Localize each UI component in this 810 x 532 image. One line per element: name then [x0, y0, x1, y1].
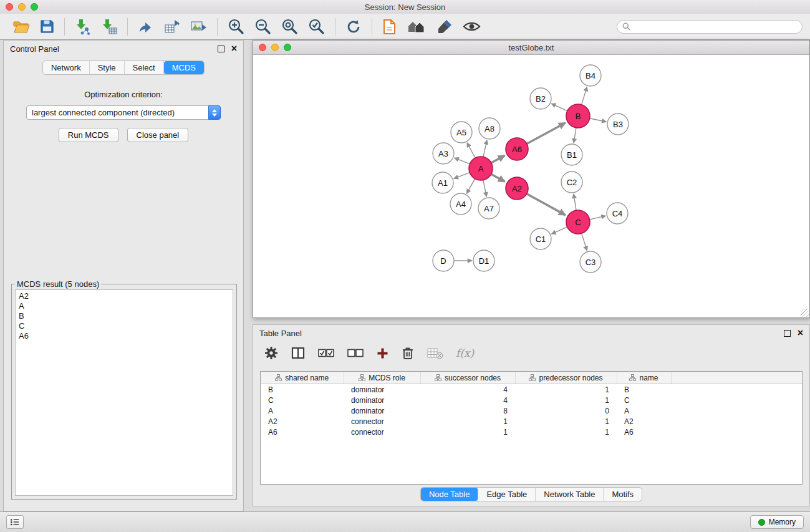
mcds-result-list[interactable]: A2ABCA6	[15, 289, 233, 496]
zoom-in-button[interactable]	[224, 16, 248, 38]
cell-name[interactable]: A	[617, 405, 671, 416]
tab-edge-table[interactable]: Edge Table	[478, 488, 536, 501]
edge-B-B4[interactable]	[582, 87, 587, 105]
tab-network[interactable]: Network	[43, 61, 90, 74]
edge-A-A6[interactable]	[491, 155, 505, 163]
node-A2[interactable]: A2	[506, 177, 528, 200]
node-C4[interactable]: C4	[607, 203, 628, 224]
criterion-dropdown[interactable]: largest connected component (directed)	[26, 105, 221, 120]
function-builder-button[interactable]: f(x)	[456, 347, 474, 359]
cell-shared-name[interactable]: C	[261, 395, 344, 405]
float-table-panel-icon[interactable]	[784, 330, 791, 337]
minimize-window-button[interactable]	[18, 3, 26, 11]
refresh-button[interactable]	[342, 16, 365, 38]
zoom-fit-button[interactable]	[278, 16, 301, 38]
node-A6[interactable]: A6	[506, 138, 528, 160]
edge-B-B3[interactable]	[590, 118, 607, 122]
zoom-window-button[interactable]	[31, 3, 38, 11]
cell-successor-nodes[interactable]: 4	[420, 395, 515, 405]
zoom-selected-button[interactable]	[305, 16, 328, 38]
cell-predecessor-nodes[interactable]: 1	[515, 416, 617, 427]
mcds-result-item[interactable]: A6	[19, 331, 229, 341]
table-row[interactable]: Cdominator41C	[261, 395, 802, 405]
delete-row-button[interactable]	[402, 346, 414, 360]
tab-motifs[interactable]: Motifs	[604, 488, 642, 501]
cell-predecessor-nodes[interactable]: 1	[515, 384, 617, 395]
select-all-button[interactable]	[318, 349, 334, 357]
network-close-button[interactable]	[259, 44, 266, 51]
delete-table-button[interactable]	[427, 347, 443, 359]
node-A1[interactable]: A1	[432, 172, 453, 193]
cell-MCDS-role[interactable]: dominator	[344, 405, 420, 416]
zoom-out-button[interactable]	[251, 16, 274, 38]
column-header-predecessor-nodes[interactable]: predecessor nodes	[515, 372, 617, 384]
node-B[interactable]: B	[566, 104, 590, 128]
edge-B-B1[interactable]	[574, 128, 576, 143]
network-graph[interactable]: B4B2BB3A5A8A6B1A3AC2A1A2A4A7C4CC1C3DD1	[253, 55, 809, 317]
node-B4[interactable]: B4	[580, 65, 601, 86]
save-session-button[interactable]	[37, 16, 57, 38]
import-table-button[interactable]	[98, 16, 120, 38]
edge-C-C1[interactable]	[551, 227, 567, 234]
node-D[interactable]: D	[433, 250, 454, 271]
edge-B-B2[interactable]	[551, 104, 567, 111]
edge-A-A5[interactable]	[467, 143, 475, 158]
cell-shared-name[interactable]: A	[261, 405, 344, 416]
cell-shared-name[interactable]: A6	[261, 427, 344, 437]
cell-MCDS-role[interactable]: connector	[344, 416, 420, 427]
cell-MCDS-role[interactable]: connector	[344, 427, 420, 437]
deselect-all-button[interactable]	[347, 349, 364, 357]
export-table-button[interactable]	[161, 16, 183, 38]
tab-style[interactable]: Style	[90, 61, 125, 74]
mcds-result-item[interactable]: A	[19, 301, 229, 311]
edge-A-A4[interactable]	[466, 179, 475, 194]
edge-A-A3[interactable]	[455, 158, 470, 164]
node-A8[interactable]: A8	[479, 118, 500, 139]
hide-panels-button[interactable]	[404, 16, 430, 38]
export-image-button[interactable]	[187, 16, 210, 38]
tab-network-table[interactable]: Network Table	[536, 488, 604, 501]
cell-predecessor-nodes[interactable]: 1	[515, 427, 617, 437]
tab-node-table[interactable]: Node Table	[421, 488, 479, 501]
column-header-MCDS-role[interactable]: MCDS role	[344, 372, 420, 384]
network-minimize-button[interactable]	[271, 44, 279, 51]
edge-A-A1[interactable]	[454, 173, 470, 179]
memory-button[interactable]: Memory	[750, 515, 804, 529]
show-panels-button[interactable]	[6, 515, 24, 529]
column-header-successor-nodes[interactable]: successor nodes	[420, 372, 515, 384]
node-A7[interactable]: A7	[478, 198, 499, 219]
edge-C-C2[interactable]	[574, 194, 576, 210]
close-panel-button[interactable]: Close panel	[127, 128, 189, 142]
node-C[interactable]: C	[566, 210, 590, 234]
cell-name[interactable]: B	[617, 384, 671, 395]
node-B3[interactable]: B3	[607, 114, 629, 135]
node-A3[interactable]: A3	[433, 143, 454, 164]
import-network-button[interactable]	[72, 16, 94, 38]
node-A[interactable]: A	[469, 157, 493, 180]
mcds-result-item[interactable]: B	[19, 311, 229, 321]
cell-successor-nodes[interactable]: 1	[420, 427, 515, 437]
node-B2[interactable]: B2	[530, 88, 551, 109]
table-row[interactable]: Bdominator41B	[261, 384, 802, 395]
cell-shared-name[interactable]: A2	[261, 416, 344, 427]
network-canvas[interactable]: B4B2BB3A5A8A6B1A3AC2A1A2A4A7C4CC1C3DD1	[253, 55, 809, 317]
node-A5[interactable]: A5	[451, 122, 472, 143]
search-box[interactable]	[617, 20, 803, 34]
node-A4[interactable]: A4	[450, 193, 471, 215]
show-graphics-button[interactable]	[460, 16, 484, 38]
table-row[interactable]: A2connector11A2	[261, 416, 802, 427]
node-C2[interactable]: C2	[561, 172, 582, 193]
first-neighbors-button[interactable]	[379, 16, 400, 38]
tab-mcds[interactable]: MCDS	[164, 61, 204, 74]
open-session-button[interactable]	[9, 16, 33, 38]
edge-A-A7[interactable]	[483, 180, 486, 197]
tab-select[interactable]: Select	[125, 61, 164, 74]
edge-A-A8[interactable]	[483, 140, 487, 157]
close-panel-icon[interactable]: ×	[231, 44, 237, 54]
export-network-button[interactable]	[135, 16, 157, 38]
mcds-result-item[interactable]: A2	[19, 291, 229, 301]
resize-handle[interactable]	[801, 309, 809, 317]
cell-predecessor-nodes[interactable]: 1	[515, 395, 617, 405]
paint-button[interactable]	[433, 16, 456, 38]
show-columns-button[interactable]	[291, 347, 305, 359]
